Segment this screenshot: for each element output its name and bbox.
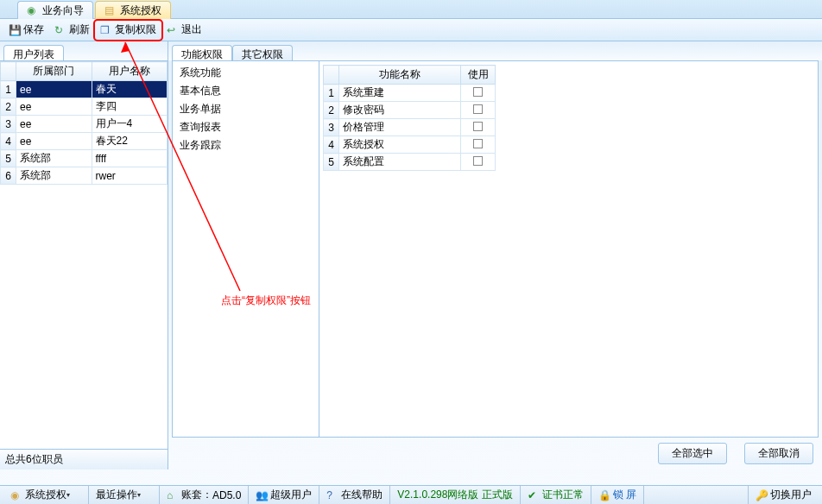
checkbox[interactable] (473, 104, 483, 114)
nav-item[interactable]: 系统功能 (173, 64, 319, 82)
rownum-cell: 4 (1, 133, 16, 150)
copy-perm-label: 复制权限 (115, 22, 156, 37)
rownum-cell: 3 (324, 119, 339, 136)
user-count-label: 总共6位职员 (5, 453, 63, 465)
select-all-button[interactable]: 全部选中 (658, 443, 727, 464)
tab-label: 业务向导 (42, 3, 84, 18)
tab-function-permission[interactable]: 功能权限 (172, 45, 232, 60)
main-tabs: ◉ 业务向导 ▤ 系统授权 (0, 0, 822, 19)
save-icon: 💾 (9, 24, 21, 36)
statusbar: ◉ 系统授权 ▾ 最近操作 ▾ ⌂ 账套： AD5.0 👥 超级用户 ? 在线帮… (0, 485, 822, 504)
checkbox[interactable] (473, 87, 483, 97)
dept-header[interactable]: 所属部门 (16, 62, 92, 81)
status-account-label: 账套： (181, 488, 212, 502)
user-row[interactable]: 4ee春天22 (1, 133, 168, 150)
status-lock[interactable]: 🔒 锁 屏 (591, 486, 644, 504)
perm-row[interactable]: 3价格管理 (324, 119, 496, 136)
status-user-label: 超级用户 (270, 488, 312, 502)
status-help[interactable]: ? 在线帮助 (319, 486, 390, 504)
nav-item[interactable]: 查询报表 (173, 118, 319, 136)
select-all-label: 全部选中 (672, 447, 713, 459)
rownum-cell: 6 (1, 167, 16, 185)
user-row[interactable]: 3ee用户一4 (1, 116, 168, 133)
name-header[interactable]: 用户名称 (92, 62, 168, 81)
right-tabs: 功能权限 其它权限 (168, 41, 822, 60)
perm-row[interactable]: 2修改密码 (324, 102, 496, 119)
home-icon: ⌂ (167, 489, 179, 501)
nav-item[interactable]: 基本信息 (173, 82, 319, 100)
perm-use-header[interactable]: 使用 (461, 66, 496, 85)
perm-row[interactable]: 5系统配置 (324, 154, 496, 171)
copy-permission-button[interactable]: ❐ 复制权限 (95, 21, 161, 40)
rownum-cell: 4 (324, 136, 339, 154)
status-switch-user[interactable]: 🔑 切换用户 (749, 486, 819, 504)
left-tabs: 用户列表 (0, 41, 168, 60)
dept-cell: ee (16, 98, 92, 116)
name-cell: 用户一4 (92, 116, 168, 133)
exit-label: 退出 (181, 22, 202, 37)
checkbox[interactable] (473, 156, 483, 166)
name-cell: ffff (92, 150, 168, 167)
perm-name-cell: 系统配置 (339, 154, 461, 171)
status-recent[interactable]: 最近操作 ▾ (89, 486, 160, 504)
chevron-down-icon: ▾ (137, 489, 149, 501)
dept-cell: ee (16, 81, 92, 98)
nav-item[interactable]: 业务跟踪 (173, 136, 319, 154)
wizard-icon: ◉ (27, 4, 39, 16)
nav-list: 系统功能基本信息业务单据查询报表业务跟踪 (173, 61, 319, 437)
deselect-all-button[interactable]: 全部取消 (744, 443, 813, 464)
user-row[interactable]: 2ee李四 (1, 98, 168, 116)
perm-name-header[interactable]: 功能名称 (339, 66, 461, 85)
status-module-label: 系统授权 (25, 488, 66, 502)
status-switch-user-label: 切换用户 (770, 488, 812, 502)
perm-name-cell: 系统授权 (339, 136, 461, 154)
perm-name-cell: 修改密码 (339, 102, 461, 119)
rownum-cell: 1 (324, 85, 339, 102)
user-row[interactable]: 1ee春天 (1, 81, 168, 98)
right-content: 系统功能基本信息业务单据查询报表业务跟踪 功能名称 使用 1系统重建2修改密码3… (172, 60, 819, 438)
rownum-cell: 2 (324, 102, 339, 119)
perm-name-cell: 系统重建 (339, 85, 461, 102)
right-footer: 全部选中 全部取消 (168, 438, 822, 469)
user-row[interactable]: 6系统部rwer (1, 167, 168, 185)
user-list-tab-label: 用户列表 (13, 48, 54, 60)
rownum-cell: 5 (324, 154, 339, 171)
checkbox[interactable] (473, 122, 483, 131)
dept-cell: ee (16, 116, 92, 133)
tab-other-permission[interactable]: 其它权限 (232, 45, 293, 60)
tab-user-list[interactable]: 用户列表 (3, 45, 64, 60)
rownum-header (1, 62, 16, 81)
status-account[interactable]: ⌂ 账套： AD5.0 (160, 486, 249, 504)
exit-button[interactable]: ↩ 退出 (161, 21, 207, 40)
save-button[interactable]: 💾 保存 (3, 21, 49, 40)
perm-row[interactable]: 1系统重建 (324, 85, 496, 102)
nav-item[interactable]: 业务单据 (173, 100, 319, 118)
gear-icon: ◉ (10, 489, 22, 501)
toolbar: 💾 保存 ↻ 刷新 ❐ 复制权限 ↩ 退出 (0, 19, 822, 41)
user-table: 所属部门 用户名称 1ee春天2ee李四3ee用户一44ee春天225系统部ff… (0, 60, 168, 449)
status-spacer (644, 486, 749, 504)
tab-business-wizard[interactable]: ◉ 业务向导 (17, 1, 93, 19)
perm-use-cell (461, 154, 496, 171)
perm-use-cell (461, 119, 496, 136)
copy-icon: ❐ (100, 24, 112, 36)
perm-use-cell (461, 136, 496, 154)
perm-name-cell: 价格管理 (339, 119, 461, 136)
name-cell: 春天 (92, 81, 168, 98)
status-version-label: V2.1.0.298网络版 正式版 (397, 488, 512, 502)
perm-row[interactable]: 4系统授权 (324, 136, 496, 154)
save-label: 保存 (23, 22, 44, 37)
status-cert-label: 证书正常 (542, 488, 584, 502)
check-icon: ✔ (528, 489, 540, 501)
tab-system-auth[interactable]: ▤ 系统授权 (95, 1, 171, 19)
status-help-label: 在线帮助 (341, 488, 383, 502)
refresh-button[interactable]: ↻ 刷新 (49, 21, 95, 40)
status-recent-label: 最近操作 (96, 488, 137, 502)
rownum-cell: 5 (1, 150, 16, 167)
user-row[interactable]: 5系统部ffff (1, 150, 168, 167)
status-user[interactable]: 👥 超级用户 (249, 486, 319, 504)
checkbox[interactable] (473, 139, 483, 148)
status-module[interactable]: ◉ 系统授权 ▾ (3, 486, 89, 504)
status-version: V2.1.0.298网络版 正式版 (390, 486, 520, 504)
rownum-cell: 3 (1, 116, 16, 133)
